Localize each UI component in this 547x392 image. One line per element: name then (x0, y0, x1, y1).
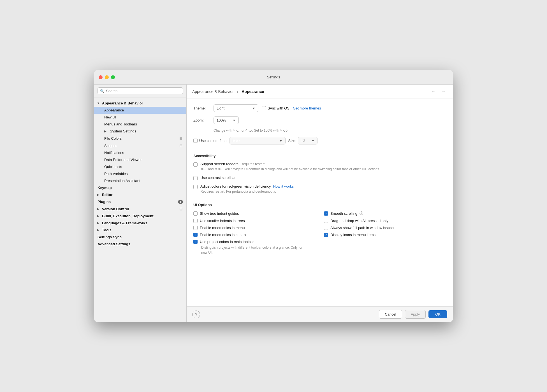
search-icon: 🔍 (100, 89, 104, 93)
custom-font-row: Use custom font: Inter ▼ Size: 13 ▼ (193, 137, 446, 144)
search-wrap[interactable]: 🔍 (98, 87, 183, 94)
chevron-right-icon: ▶ (97, 207, 101, 211)
sync-os-wrap[interactable]: Sync with OS (262, 106, 289, 110)
plugins-badge: 1 (178, 200, 183, 204)
ui-option-enable-mnemonics-menu[interactable]: Enable mnemonics in menu (193, 226, 316, 230)
sidebar-item-version-control[interactable]: ▶ Version Control ⊞ (94, 205, 186, 213)
sidebar-item-appearance[interactable]: Appearance (94, 107, 186, 114)
get-more-themes-link[interactable]: Get more themes (293, 106, 321, 110)
sidebar-item-path-variables[interactable]: Path Variables (94, 170, 186, 177)
settings-window: Settings 🔍 ▼ Appearance & Behavior Appea… (94, 70, 453, 322)
enable-mnemonics-menu-checkbox[interactable] (193, 226, 198, 230)
chevron-down-icon: ▼ (252, 107, 255, 110)
sidebar-section-label: Tools (102, 228, 112, 232)
search-input[interactable] (106, 89, 180, 93)
screen-readers-label: Support screen readers (200, 162, 238, 166)
sidebar-item-system-settings[interactable]: ▶ System Settings (94, 128, 186, 135)
screen-readers-item: Support screen readers Requires restart … (193, 162, 446, 172)
zoom-row: Zoom: 100% ▼ (193, 116, 446, 124)
ui-options-grid: Show tree indent guides Smooth scrolling… (193, 211, 446, 244)
font-dropdown: Inter ▼ (230, 137, 286, 144)
sidebar-item-data-editor[interactable]: Data Editor and Viewer (94, 156, 186, 163)
project-colors-desc: Distinguish projects with different tool… (201, 245, 308, 255)
drag-drop-alt-checkbox[interactable] (324, 219, 328, 223)
ui-option-project-colors-toolbar[interactable]: Use project colors in main toolbar (193, 240, 316, 244)
acc-text-wrap: Use contrast scrollbars (200, 176, 237, 180)
sidebar-item-appearance-behavior[interactable]: ▼ Appearance & Behavior (94, 100, 186, 107)
chevron-right-icon: ▶ (97, 214, 101, 218)
theme-row: Theme: Light ▼ Sync with OS Get more the… (193, 104, 446, 112)
sidebar-item-quick-lists[interactable]: Quick Lists (94, 163, 186, 170)
zoom-dropdown[interactable]: 100% ▼ (214, 116, 239, 124)
smooth-scrolling-label: Smooth scrolling (330, 211, 357, 216)
sidebar-item-keymap[interactable]: Keymap (94, 184, 186, 191)
sidebar-item-advanced-settings[interactable]: Advanced Settings (94, 241, 186, 248)
ui-option-smooth-scrolling[interactable]: Smooth scrolling ⓘ (324, 211, 446, 216)
ui-option-show-tree-indent[interactable]: Show tree indent guides (193, 211, 316, 216)
question-icon[interactable]: ⓘ (360, 211, 363, 216)
search-bar: 🔍 (94, 85, 186, 97)
forward-arrow[interactable]: → (439, 88, 447, 95)
minimize-button[interactable] (105, 75, 109, 79)
sidebar-section-label: Version Control (102, 207, 129, 211)
sync-os-checkbox[interactable] (262, 106, 266, 110)
acc-main-row: Support screen readers Requires restart (200, 162, 379, 166)
show-tree-indent-label: Show tree indent guides (200, 211, 239, 216)
size-wrap: Size: 13 ▼ (288, 137, 318, 144)
ui-option-smaller-indents[interactable]: Use smaller indents in trees (193, 219, 316, 223)
screen-readers-checkbox[interactable] (193, 162, 198, 167)
custom-font-wrap[interactable]: Use custom font: (193, 139, 227, 143)
contrast-scrollbars-checkbox[interactable] (193, 176, 198, 180)
apply-button[interactable]: Apply (405, 310, 426, 319)
display-icons-menu-checkbox[interactable] (324, 233, 328, 237)
grid-icon: ⊞ (179, 143, 183, 148)
back-arrow[interactable]: ← (429, 88, 437, 95)
red-green-item: Adjust colors for red-green vision defic… (193, 184, 446, 194)
sidebar-item-presentation-assistant[interactable]: Presentation Assistant (94, 177, 186, 184)
sidebar-section-label: Build, Execution, Deployment (102, 214, 153, 218)
window-title: Settings (267, 75, 280, 79)
sidebar-item-file-colors[interactable]: File Colors ⊞ (94, 135, 186, 142)
main-header: Appearance & Behavior › Appearance ← → (187, 85, 453, 99)
sidebar-item-label: Presentation Assistant (104, 179, 140, 183)
enable-mnemonics-controls-checkbox[interactable] (193, 233, 198, 237)
red-green-checkbox[interactable] (193, 185, 198, 189)
sidebar-item-new-ui[interactable]: New UI (94, 114, 186, 121)
enable-mnemonics-controls-label: Enable mnemonics in controls (200, 233, 248, 237)
sidebar-item-notifications[interactable]: Notifications (94, 149, 186, 156)
sidebar-item-label: Scopes (104, 144, 116, 148)
breadcrumb-parent: Appearance & Behavior (192, 89, 234, 94)
ui-option-drag-drop-alt[interactable]: Drag-and-drop with Alt pressed only (324, 219, 446, 223)
sidebar-item-tools[interactable]: ▶ Tools (94, 227, 186, 234)
sidebar-item-label: Quick Lists (104, 165, 122, 169)
ui-options-title: UI Options (193, 203, 446, 207)
sidebar-item-build-execution[interactable]: ▶ Build, Execution, Deployment (94, 213, 186, 220)
sidebar-item-editor[interactable]: ▶ Editor (94, 191, 186, 198)
sidebar-item-languages-frameworks[interactable]: ▶ Languages & Frameworks (94, 220, 186, 227)
help-button[interactable]: ? (192, 311, 200, 318)
smooth-scrolling-checkbox[interactable] (324, 211, 328, 216)
chevron-down-icon: ▼ (233, 119, 236, 122)
size-value: 13 (301, 139, 305, 143)
sidebar-item-settings-sync[interactable]: Settings Sync (94, 234, 186, 241)
how-it-works-link[interactable]: How it works (273, 184, 294, 188)
ui-option-display-icons-menu[interactable]: Display icons in menu items (324, 233, 446, 237)
section-divider-ui (193, 199, 446, 199)
theme-dropdown[interactable]: Light ▼ (214, 104, 258, 112)
maximize-button[interactable] (111, 75, 115, 79)
ui-option-always-full-path[interactable]: Always show full path in window header (324, 226, 446, 230)
always-full-path-checkbox[interactable] (324, 226, 328, 230)
smaller-indents-checkbox[interactable] (193, 219, 198, 223)
custom-font-checkbox[interactable] (193, 139, 198, 143)
project-colors-toolbar-checkbox[interactable] (193, 240, 198, 244)
ui-option-enable-mnemonics-controls[interactable]: Enable mnemonics in controls (193, 233, 316, 237)
sidebar-item-menus-toolbars[interactable]: Menus and Toolbars (94, 121, 186, 128)
ok-button[interactable]: OK (428, 310, 447, 318)
sidebar-item-scopes[interactable]: Scopes ⊞ (94, 142, 186, 149)
chevron-right-icon: ▶ (97, 193, 101, 196)
show-tree-indent-checkbox[interactable] (193, 211, 198, 216)
chevron-right-icon: ▶ (104, 130, 108, 133)
close-button[interactable] (99, 75, 103, 79)
cancel-button[interactable]: Cancel (379, 310, 402, 319)
sidebar-item-plugins[interactable]: Plugins 1 (94, 198, 186, 205)
